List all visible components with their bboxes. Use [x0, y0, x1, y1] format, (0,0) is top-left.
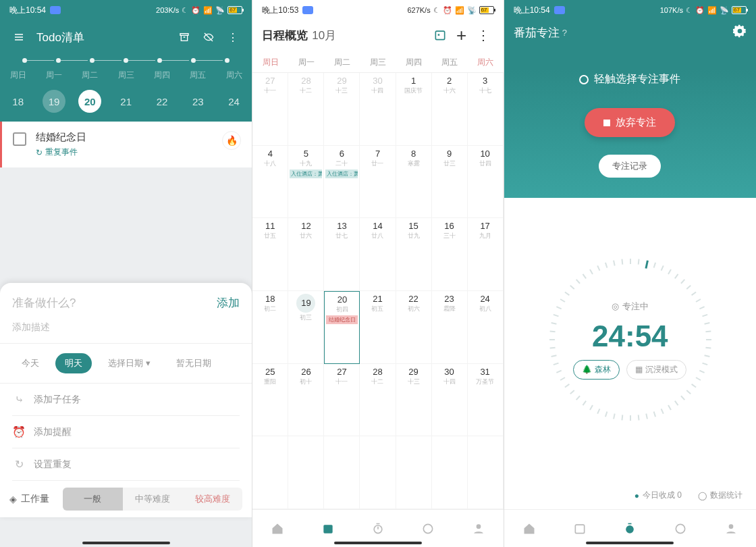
date-cell[interactable]: 21	[108, 89, 144, 113]
calendar-cell[interactable]: 10廿四	[468, 146, 504, 219]
date-chip-row: 今天 明天 选择日期 ▾ 暂无日期	[0, 344, 252, 384]
focus-toolbar: 番茄专注?	[504, 20, 756, 52]
calendar-cell[interactable]: 18初二	[252, 291, 288, 364]
calendar-cell[interactable]: 17九月	[468, 218, 504, 291]
calendar-cell[interactable]	[432, 436, 468, 509]
add-icon[interactable]: +	[451, 24, 473, 46]
task-desc-input[interactable]: 添加描述	[0, 316, 252, 344]
status-netspeed: 627K/s	[407, 6, 430, 14]
workload-high[interactable]: 较高难度	[183, 488, 243, 511]
todo-item[interactable]: 结婚纪念日 ↻ 重复事件 🔥	[0, 122, 252, 167]
date-cell[interactable]: 22	[144, 89, 180, 113]
calendar-cell[interactable]: 15廿九	[396, 218, 432, 291]
menu-icon[interactable]	[7, 25, 31, 49]
calendar-cell[interactable]: 26初十	[288, 364, 324, 437]
calendar-cell[interactable]: 8寒露	[396, 146, 432, 219]
calendar-cell[interactable]: 23霜降	[432, 291, 468, 364]
calendar-cell[interactable]: 1国庆节	[396, 73, 432, 146]
calendar-cell[interactable]: 30十四	[360, 73, 396, 146]
archive-icon[interactable]	[172, 25, 196, 49]
svg-rect-7	[575, 525, 584, 533]
calendar-cell[interactable]: 7廿一	[360, 146, 396, 219]
nav-profile-icon[interactable]	[705, 510, 756, 547]
chip-pick-date[interactable]: 选择日期 ▾	[99, 353, 160, 373]
calendar-cell[interactable]: 24初八	[468, 291, 504, 364]
today-icon[interactable]	[429, 24, 451, 46]
calendar-cell[interactable]: 28十二	[360, 364, 396, 437]
calendar-cell[interactable]: 11廿五	[252, 218, 288, 291]
help-icon[interactable]: ?	[562, 28, 567, 38]
chip-no-date[interactable]: 暂无日期	[167, 353, 221, 373]
workload-medium[interactable]: 中等难度	[123, 488, 183, 511]
focus-records-button[interactable]: 专注记录	[599, 155, 661, 178]
calendar-cell[interactable]	[396, 436, 432, 509]
calendar-cell[interactable]	[468, 436, 504, 509]
overflow-menu-icon[interactable]: ⋮	[221, 25, 245, 49]
calendar-cell[interactable]: 29十三	[324, 73, 360, 146]
calendar-cell[interactable]: 3十七	[468, 73, 504, 146]
settings-icon[interactable]	[733, 24, 747, 41]
date-cell[interactable]: 23	[180, 89, 216, 113]
hide-done-icon[interactable]	[196, 25, 221, 49]
select-event-button[interactable]: 轻触选择专注事件	[579, 72, 680, 86]
circle-icon: ◯	[698, 491, 707, 500]
calendar-cell[interactable]: 27十一	[252, 73, 288, 146]
chip-tomorrow[interactable]: 明天	[55, 353, 92, 373]
data-stats[interactable]: ◯数据统计	[698, 490, 742, 501]
moon-icon: ☾	[686, 6, 693, 15]
calendar-cell[interactable]: 4十八	[252, 146, 288, 219]
calendar-cell[interactable]	[288, 436, 324, 509]
calendar-cell[interactable]	[252, 436, 288, 509]
calendar-cell[interactable]: 6二十入住酒店：萧	[324, 146, 360, 219]
calendar-cell[interactable]: 25重阳	[252, 364, 288, 437]
calendar-cell[interactable]	[324, 436, 360, 509]
pomodoro-icon[interactable]: 🔥	[222, 131, 241, 150]
date-cell[interactable]: 18	[0, 89, 36, 113]
status-time: 晚上10:53	[262, 5, 298, 16]
overflow-menu-icon[interactable]: ⋮	[473, 24, 494, 46]
svg-rect-2	[437, 34, 439, 36]
task-title-input[interactable]: 准备做什么?	[12, 295, 217, 311]
calendar-cell[interactable]: 29十三	[396, 364, 432, 437]
date-cell[interactable]: 24	[216, 89, 252, 113]
calendar-cell[interactable]: 28十二	[288, 73, 324, 146]
calendar-cell[interactable]: 16三十	[432, 218, 468, 291]
date-cell-today[interactable]: 19	[36, 89, 72, 113]
calendar-cell[interactable]: 2十六	[432, 73, 468, 146]
calendar-cell[interactable]: 14廿八	[360, 218, 396, 291]
timer-ring: ◎专注中 24:54 🌲森林 ▦沉浸模式	[549, 259, 711, 421]
calendar-cell[interactable]	[360, 436, 396, 509]
app-toolbar: Todo清单 ⋮	[0, 20, 252, 54]
abort-focus-button[interactable]: 放弃专注	[585, 108, 675, 137]
calendar-cell[interactable]: 19初三	[288, 291, 324, 364]
add-subtask-row[interactable]: ⤷ 添加子任务	[0, 384, 252, 415]
calendar-cell[interactable]: 5十九入住酒店：萧	[288, 146, 324, 219]
calendar-cell[interactable]: 9廿三	[432, 146, 468, 219]
signal-icon: 📶	[707, 6, 717, 15]
today-harvest[interactable]: ●今日收成 0	[634, 490, 682, 501]
add-reminder-row[interactable]: ⏰ 添加提醒	[0, 416, 252, 448]
home-indicator[interactable]	[82, 542, 170, 544]
calendar-cell[interactable]: 13廿七	[324, 218, 360, 291]
repeat-icon: ↻	[36, 148, 43, 157]
month-label[interactable]: 10月	[312, 28, 336, 43]
calendar-toolbar: 日程概览 10月 + ⋮	[252, 20, 503, 53]
date-cell-selected[interactable]: 20	[72, 89, 108, 113]
calendar-cell[interactable]: 31万圣节	[468, 364, 504, 437]
set-repeat-row[interactable]: ↻ 设置重复	[0, 448, 252, 480]
nav-profile-icon[interactable]	[453, 510, 503, 547]
calendar-cell[interactable]: 27十一	[324, 364, 360, 437]
nav-home-icon[interactable]	[504, 510, 555, 547]
calendar-cell[interactable]: 12廿六	[288, 218, 324, 291]
home-indicator[interactable]	[334, 542, 422, 544]
calendar-cell[interactable]: 20初四结婚纪念日	[324, 291, 360, 364]
calendar-cell[interactable]: 22初六	[396, 291, 432, 364]
nav-home-icon[interactable]	[252, 510, 302, 547]
checkbox[interactable]	[13, 132, 26, 146]
chip-today[interactable]: 今天	[12, 353, 49, 373]
workload-normal[interactable]: 一般	[63, 488, 123, 511]
calendar-cell[interactable]: 21初五	[360, 291, 396, 364]
calendar-cell[interactable]: 30十四	[432, 364, 468, 437]
add-button[interactable]: 添加	[217, 295, 240, 311]
home-indicator[interactable]	[586, 542, 674, 544]
